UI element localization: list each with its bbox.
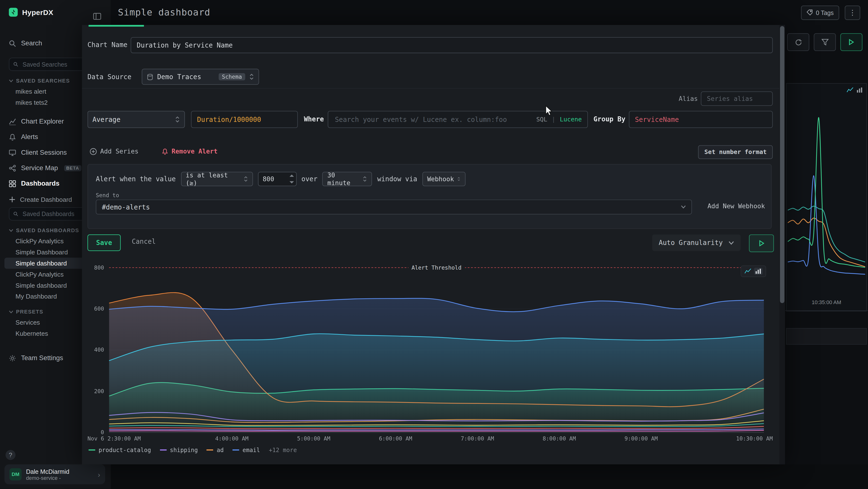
- legend-swatch: [207, 450, 213, 451]
- modal-scrollbar[interactable]: [779, 25, 785, 464]
- section-label: SAVED SEARCHES: [16, 78, 70, 84]
- chevron-down-icon: [9, 310, 13, 314]
- remove-alert-label: Remove Alert: [172, 147, 218, 155]
- run-query-button[interactable]: [840, 33, 863, 51]
- where-input[interactable]: [334, 115, 532, 124]
- select-chevrons-icon: [249, 73, 254, 80]
- chart-explorer-icon: [9, 118, 16, 125]
- x-tick-label: 7:00:00 AM: [461, 436, 494, 442]
- refresh-icon: [795, 39, 802, 46]
- number-stepper[interactable]: [289, 174, 294, 183]
- tags-label: 0 Tags: [816, 9, 834, 16]
- add-series-label: Add Series: [100, 147, 138, 155]
- add-new-webhook-button[interactable]: Add New Webhook: [707, 202, 765, 210]
- line-chart-icon[interactable]: [744, 268, 752, 274]
- legend-item[interactable]: email: [232, 447, 260, 453]
- x-tick-label: 6:00:00 AM: [379, 436, 412, 442]
- gear-icon: [9, 354, 16, 362]
- more-options-button[interactable]: ⋮: [845, 5, 860, 20]
- database-icon: [147, 74, 153, 80]
- filter-icon: [821, 39, 829, 46]
- data-source-select[interactable]: Demo Traces Schema: [142, 69, 259, 85]
- cancel-button[interactable]: Cancel: [132, 238, 156, 246]
- webhook-select[interactable]: #demo-alerts: [96, 200, 692, 214]
- tags-button[interactable]: 0 Tags: [801, 5, 839, 20]
- legend-label: shipping: [170, 447, 198, 453]
- legend-item[interactable]: ad: [207, 447, 223, 453]
- y-tick-label: 400: [94, 347, 104, 353]
- chart-name-input[interactable]: [131, 37, 773, 53]
- legend-more[interactable]: +12 more: [269, 447, 297, 453]
- remove-alert-button[interactable]: Remove Alert: [161, 147, 217, 155]
- lucene-toggle[interactable]: Lucene: [560, 116, 582, 123]
- chart-editor-modal: Chart Name Data Source Demo Traces Schem…: [82, 25, 785, 464]
- alert-window-select[interactable]: 30 minute: [322, 172, 372, 186]
- alert-condition-select[interactable]: is at least (≥): [181, 172, 253, 186]
- save-label: Save: [96, 239, 112, 247]
- monitor-icon: [9, 149, 16, 156]
- alias-input[interactable]: [701, 91, 773, 106]
- legend-swatch: [160, 450, 166, 451]
- legend-item[interactable]: shipping: [160, 447, 198, 453]
- alias-label: Alias: [679, 95, 698, 103]
- active-tab-indicator: [89, 25, 144, 27]
- run-chart-button[interactable]: [749, 234, 774, 252]
- sidebar-collapse-icon[interactable]: [92, 11, 102, 21]
- step-up-icon[interactable]: [289, 174, 294, 177]
- chart-name-label: Chart Name: [88, 41, 128, 49]
- chevron-down-icon: [728, 241, 734, 245]
- bar-chart-toggle[interactable]: [754, 268, 763, 275]
- background-chart-panel: 10:35:00 AM: [786, 83, 867, 311]
- set-number-format-button[interactable]: Set number format: [698, 145, 773, 159]
- tag-icon: [807, 9, 812, 16]
- x-tick-label: 5:00:00 AM: [297, 436, 330, 442]
- sidebar-item-label: Dashboards: [21, 179, 59, 187]
- sidebar-item-label: Chart Explorer: [21, 118, 64, 125]
- alert-over-label: over: [301, 175, 317, 183]
- scrollbar-thumb[interactable]: [780, 26, 784, 303]
- chart-legend: product-catalogshippingademail +12 more: [89, 447, 297, 453]
- plus-icon: [9, 196, 16, 203]
- chevron-right-icon: ›: [98, 470, 100, 479]
- alert-condition-value: is at least (≥): [186, 171, 240, 186]
- help-button[interactable]: ?: [5, 450, 16, 460]
- legend-swatch: [232, 450, 239, 451]
- play-icon: [759, 240, 764, 247]
- user-card[interactable]: DM Dale McDiarmid demo-service - ›: [4, 464, 105, 484]
- main-chart-plot[interactable]: Alert Threshold: [109, 260, 764, 433]
- sql-toggle[interactable]: SQL: [536, 116, 547, 123]
- webhook-value: #demo-alerts: [102, 203, 681, 211]
- filter-button[interactable]: [814, 33, 836, 51]
- user-org: demo-service -: [26, 474, 69, 481]
- user-name: Dale McDiarmid: [26, 468, 69, 475]
- aggregation-select[interactable]: Average: [88, 111, 185, 128]
- divider: [785, 310, 868, 311]
- chart-legend-items: product-catalogshippingademail: [89, 447, 260, 453]
- step-down-icon[interactable]: [289, 181, 294, 183]
- bar-chart-icon[interactable]: [857, 87, 863, 93]
- legend-label: email: [243, 447, 260, 453]
- section-label: PRESETS: [16, 309, 43, 315]
- sidebar-item-label: Service Map: [21, 164, 58, 172]
- line-chart-icon[interactable]: [846, 87, 854, 93]
- x-tick-label: 9:00:00 AM: [624, 436, 658, 442]
- alert-via-label: window via: [377, 175, 417, 183]
- save-button[interactable]: Save: [88, 234, 121, 251]
- refresh-button[interactable]: [787, 33, 809, 51]
- granularity-select[interactable]: Auto Granularity: [652, 234, 741, 251]
- dashboards-icon: [9, 180, 16, 187]
- group-by-input[interactable]: [629, 111, 773, 128]
- schema-badge[interactable]: Schema: [219, 73, 245, 80]
- add-series-button[interactable]: Add Series: [90, 147, 138, 155]
- plus-circle-icon: [90, 148, 97, 155]
- select-chevrons-icon: [457, 176, 461, 182]
- bar-chart-icon: [755, 268, 762, 274]
- field-input[interactable]: [191, 111, 298, 128]
- background-panel-edge: [786, 328, 867, 345]
- app: HyperDX Search SAVED SEARCHES mikes aler…: [0, 0, 868, 489]
- alert-channel-select[interactable]: Webhook: [422, 172, 465, 186]
- chart-type-toggles: [741, 265, 766, 277]
- legend-item[interactable]: product-catalog: [89, 447, 151, 453]
- sidebar-item-label: Client Sessions: [21, 148, 67, 156]
- alert-config-panel: Alert when the value is at least (≥) ove…: [88, 164, 772, 229]
